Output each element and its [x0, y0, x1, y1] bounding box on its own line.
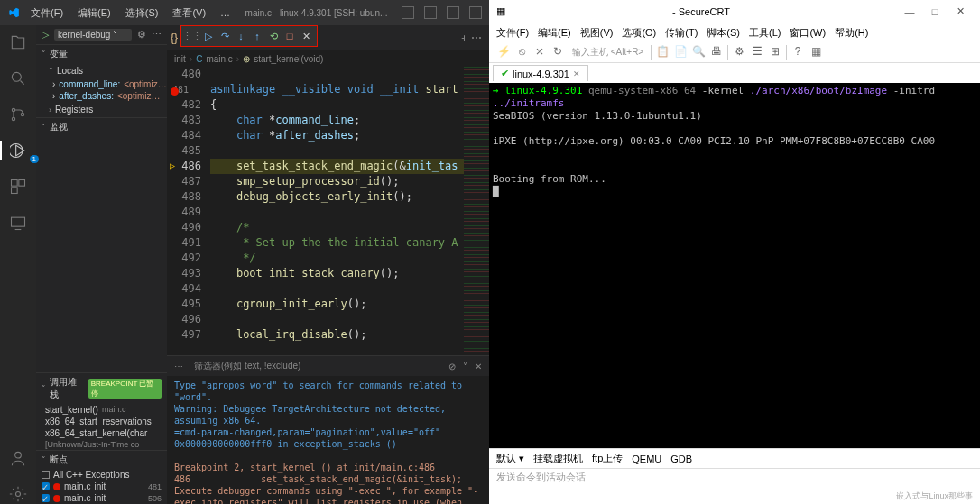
- menu-script[interactable]: 脚本(S): [707, 26, 740, 40]
- menu-edit[interactable]: 编辑(E): [74, 5, 115, 22]
- menu-edit[interactable]: 编辑(E): [538, 26, 571, 40]
- var-item[interactable]: ›command_line:<optimiz…: [36, 78, 167, 90]
- quick-icon[interactable]: ⎋: [514, 45, 529, 60]
- minimap[interactable]: [464, 67, 489, 355]
- print-icon[interactable]: 🖶: [709, 45, 724, 60]
- section-breakpoints[interactable]: ˅断点: [36, 451, 167, 469]
- start-debug-icon[interactable]: ▷: [42, 29, 49, 41]
- status-gdb[interactable]: GDB: [670, 454, 692, 464]
- svg-point-10: [16, 492, 21, 497]
- menu-tools[interactable]: 工具(L): [749, 26, 781, 40]
- check-icon: ✔: [501, 68, 509, 79]
- breadcrumb[interactable]: init› C main.c› ⊕ start_kernel(void): [167, 50, 489, 67]
- section-watch[interactable]: ˅监视: [36, 118, 167, 136]
- extensions-icon[interactable]: [8, 177, 28, 197]
- layout-icon[interactable]: [424, 6, 437, 19]
- status-qemu[interactable]: QEMU: [632, 454, 661, 464]
- remote-icon[interactable]: [8, 213, 28, 233]
- status-vm[interactable]: 挂载虚拟机: [533, 452, 583, 465]
- min-icon[interactable]: [447, 6, 459, 19]
- menu-view[interactable]: 查看(V): [169, 5, 209, 22]
- drag-icon[interactable]: ⋮⋮: [185, 29, 199, 43]
- help-icon[interactable]: ?: [790, 45, 805, 60]
- copy-icon[interactable]: 📋: [655, 45, 670, 60]
- vscode-titlebar: 文件(F) 编辑(E) 选择(S) 查看(V) … main.c - linux…: [0, 0, 489, 25]
- menu-more[interactable]: …: [217, 5, 234, 20]
- code-editor[interactable]: 4804814824834844854864874884894904914924…: [167, 67, 489, 355]
- explorer-icon[interactable]: [8, 32, 28, 52]
- bp-item[interactable]: ✓main.c init506: [36, 492, 167, 504]
- section-callstack[interactable]: ˅调用堆栈 BREAKPOINT 已暂停: [36, 373, 167, 404]
- console-output[interactable]: Type "apropos word" to search for comman…: [167, 376, 489, 504]
- filter-input[interactable]: 筛选器(例如 text, !exclude): [190, 359, 441, 373]
- stack-frame[interactable]: start_kernel() main.c: [36, 404, 167, 416]
- menu-file[interactable]: 文件(F): [27, 5, 67, 22]
- scrt-tabs: ✔ linux-4.9.301 ✕: [489, 63, 980, 83]
- menu-options[interactable]: 选项(O): [622, 26, 656, 40]
- gear-icon[interactable]: ⚙: [137, 29, 146, 41]
- max-icon[interactable]: □: [922, 6, 948, 17]
- step-out-icon[interactable]: ↑: [250, 29, 264, 43]
- tile-icon[interactable]: ⊞: [768, 45, 782, 60]
- status-ftp[interactable]: ftp上传: [592, 452, 623, 465]
- find-icon[interactable]: 🔍: [691, 45, 706, 60]
- close-tab-icon[interactable]: ✕: [573, 69, 580, 78]
- close-icon[interactable]: ✕: [475, 362, 482, 371]
- bp-item[interactable]: ✓main.c init481: [36, 481, 167, 492]
- account-icon[interactable]: [8, 448, 28, 468]
- scm-icon[interactable]: [8, 105, 28, 124]
- debug-toolbar[interactable]: ⋮⋮ ▷ ↷ ↓ ↑ ⟲ □ ✕: [180, 25, 318, 47]
- min-icon[interactable]: —: [897, 6, 922, 17]
- svg-rect-7: [12, 188, 18, 194]
- section-variables[interactable]: ˅变量: [36, 45, 167, 63]
- dots-icon[interactable]: ⋯: [174, 362, 183, 371]
- debug-console: ⋯ 筛选器(例如 text, !exclude) ⊘ ˅ ✕ Type "apr…: [167, 355, 489, 504]
- clear-icon[interactable]: ⊘: [448, 362, 456, 371]
- menu-view[interactable]: 视图(V): [580, 26, 614, 40]
- split-editor-icon[interactable]: ⫞: [460, 32, 466, 44]
- host-input[interactable]: 输入主机 <Alt+R>: [569, 46, 647, 59]
- menu-window[interactable]: 窗口(W): [790, 26, 826, 40]
- disconnect-icon[interactable]: ⤫: [532, 45, 547, 60]
- svg-rect-5: [12, 180, 18, 187]
- scrt-logo-icon: ▦: [496, 5, 505, 17]
- stop-icon[interactable]: □: [282, 29, 297, 43]
- cmd-icon[interactable]: ▦: [809, 45, 823, 60]
- menu-select[interactable]: 选择(S): [122, 5, 162, 22]
- stack-frame[interactable]: x86_64_start_reservations: [36, 416, 167, 427]
- chevron-down-icon[interactable]: ˅: [463, 362, 467, 371]
- close-icon[interactable]: ✕: [299, 29, 313, 43]
- close-icon[interactable]: ✕: [948, 5, 973, 17]
- continue-icon[interactable]: ▷: [201, 29, 216, 43]
- stack-frame[interactable]: x86_64_start_kernel(char: [36, 427, 167, 439]
- settings-icon[interactable]: [8, 484, 28, 504]
- bp-allcpp[interactable]: All C++ Exceptions: [36, 469, 167, 481]
- debug-config-row: ▷ kernel-debug ˅ ⚙ ⋯: [36, 25, 167, 44]
- more-icon[interactable]: ⋯: [152, 29, 162, 41]
- props-icon[interactable]: ⚙: [732, 45, 746, 60]
- session-tab[interactable]: ✔ linux-4.9.301 ✕: [493, 65, 588, 81]
- command-input[interactable]: 发送命令到活动会话: [489, 468, 980, 488]
- debug-config-select[interactable]: kernel-debug ˅: [54, 29, 132, 41]
- split-icon[interactable]: [402, 6, 414, 19]
- paste-icon[interactable]: 📄: [673, 45, 688, 60]
- more-editor-icon[interactable]: ⋯: [471, 32, 482, 44]
- status-default[interactable]: 默认 ▾: [496, 452, 524, 465]
- terminal[interactable]: → linux-4.9.301 qemu-system-x86_64 -kern…: [489, 83, 980, 448]
- connect-icon[interactable]: ⚡: [496, 45, 511, 60]
- restart-icon[interactable]: ⟲: [266, 29, 281, 43]
- search-icon[interactable]: [8, 69, 28, 88]
- sessions-icon[interactable]: ☰: [750, 45, 764, 60]
- stack-frame[interactable]: [Unknown/Just-In-Time co: [36, 439, 167, 450]
- vscode-main: ▷ kernel-debug ˅ ⚙ ⋯ ˅变量 ˅Locals ›comman…: [0, 25, 489, 504]
- step-over-icon[interactable]: ↷: [217, 29, 232, 43]
- svg-point-3: [21, 113, 23, 115]
- max-icon[interactable]: [469, 6, 482, 19]
- var-item[interactable]: ›after_dashes:<optimiz…: [36, 90, 167, 102]
- menu-help[interactable]: 帮助(H): [835, 26, 868, 40]
- menu-file[interactable]: 文件(F): [496, 26, 529, 40]
- reconnect-icon[interactable]: ↻: [550, 45, 565, 60]
- debug-icon[interactable]: [0, 141, 36, 160]
- menu-transfer[interactable]: 传输(T): [665, 26, 698, 40]
- step-into-icon[interactable]: ↓: [234, 29, 248, 43]
